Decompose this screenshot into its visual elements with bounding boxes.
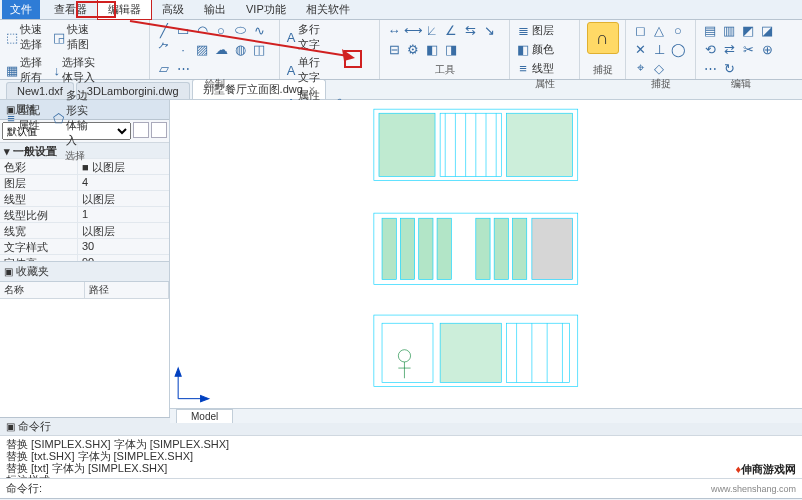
- svg-rect-22: [506, 323, 569, 382]
- edit1-icon[interactable]: ▤: [702, 22, 718, 38]
- snap-tan-icon[interactable]: ◯: [670, 41, 686, 57]
- group-label: 选择: [6, 149, 143, 163]
- menu-tab-related[interactable]: 相关软件: [296, 0, 360, 19]
- ribbon: ⬚快速选择 ◲快速插图 ▦选择所有 ↓选择实体导入 ≡匹配属性 ⬠多边形实体输入…: [0, 20, 802, 80]
- point-icon[interactable]: ·: [175, 41, 191, 57]
- menu-bar: 文件 查看器 编辑器 高级 输出 VIP功能 相关软件: [0, 0, 802, 20]
- svg-point-23: [398, 350, 410, 362]
- svg-marker-31: [175, 368, 181, 376]
- command-input[interactable]: [42, 481, 796, 496]
- block-icon[interactable]: ◫: [251, 41, 267, 57]
- mtext[interactable]: A多行文字: [286, 22, 330, 52]
- break-icon[interactable]: ⊟: [386, 41, 402, 57]
- circle-icon[interactable]: ○: [213, 22, 229, 38]
- menu-tab-editor[interactable]: 编辑器: [97, 0, 152, 20]
- command-area: ▣ 命令行 替换 [SIMPLEX.SHX] 字体为 [SIMPLEX.SHX]…: [0, 417, 802, 498]
- drawing-canvas[interactable]: [170, 100, 802, 408]
- group-label: 编辑: [702, 77, 780, 91]
- snap-node-icon[interactable]: ◇: [651, 60, 667, 76]
- group-label: 工具: [386, 63, 503, 77]
- file-menu[interactable]: 文件: [2, 0, 40, 19]
- polyline-icon[interactable]: ⺈: [156, 41, 172, 57]
- ltype[interactable]: ≡线型: [516, 60, 573, 76]
- menu-tab-advanced[interactable]: 高级: [152, 0, 194, 19]
- edit3-icon[interactable]: ◩: [740, 22, 756, 38]
- model-tab[interactable]: Model: [176, 409, 233, 423]
- snap-near-icon[interactable]: ⌖: [632, 60, 648, 76]
- region-icon[interactable]: ◍: [232, 41, 248, 57]
- rect-icon[interactable]: ▭: [175, 22, 191, 38]
- menu-tab-viewer[interactable]: 查看器: [44, 0, 97, 19]
- angle-icon[interactable]: ∠: [443, 22, 459, 38]
- snap-button[interactable]: ∩: [587, 22, 619, 54]
- misc-icon[interactable]: ⋯: [175, 60, 191, 76]
- group-label: 属性: [516, 77, 573, 91]
- edit8-icon[interactable]: ⊕: [759, 41, 775, 57]
- svg-rect-20: [382, 323, 433, 382]
- svg-rect-13: [419, 218, 433, 279]
- command-prompt: 命令行:: [6, 481, 42, 496]
- prop-tool-icon[interactable]: [151, 122, 167, 138]
- edit6-icon[interactable]: ⇄: [721, 41, 737, 57]
- color[interactable]: ◧颜色: [516, 41, 573, 57]
- edit2-icon[interactable]: ▥: [721, 22, 737, 38]
- ribbon-group-edit: ▤ ▥ ◩ ◪ ⟲ ⇄ ✂ ⊕ ⋯ ↻ 编辑: [696, 20, 786, 79]
- tool2-icon[interactable]: ◧: [424, 41, 440, 57]
- quick-insert[interactable]: ◲快速插图: [53, 22, 97, 52]
- snap-int-icon[interactable]: ✕: [632, 41, 648, 57]
- svg-marker-33: [201, 396, 209, 402]
- snap-mid-icon[interactable]: △: [651, 22, 667, 38]
- snap-cen-icon[interactable]: ○: [670, 22, 686, 38]
- model-strip: Model: [170, 408, 802, 423]
- ribbon-group-snap: ∩ 捕捉: [580, 20, 626, 79]
- command-input-row: 命令行:: [0, 478, 802, 498]
- svg-rect-12: [400, 218, 414, 279]
- watermark: ♦伸商游戏网: [735, 457, 796, 478]
- entity-import[interactable]: ↓选择实体导入: [53, 55, 97, 85]
- ellipse-icon[interactable]: ⬭: [232, 22, 248, 38]
- hatch-icon[interactable]: ▨: [194, 41, 210, 57]
- layer[interactable]: ≣图层: [516, 22, 573, 38]
- ribbon-group-text: A多行文字 A单行文字 A属性定义 ✎ 文字: [280, 20, 380, 79]
- canvas-wrap: Model: [170, 100, 802, 417]
- edit7-icon[interactable]: ✂: [740, 41, 756, 57]
- favorites-body: [0, 299, 169, 417]
- match-props[interactable]: ≡匹配属性: [6, 103, 50, 133]
- quick-select[interactable]: ⬚快速选择: [6, 22, 50, 52]
- dim-icon[interactable]: ↔: [386, 22, 402, 38]
- curve-icon[interactable]: ∿: [251, 22, 267, 38]
- line-icon[interactable]: ╱: [156, 22, 172, 38]
- edit10-icon[interactable]: ↻: [721, 60, 737, 76]
- image-icon[interactable]: ▱: [156, 60, 172, 76]
- tool-icon[interactable]: ⚙: [405, 41, 421, 57]
- menu-tab-vip[interactable]: VIP功能: [236, 0, 296, 19]
- svg-rect-15: [476, 218, 490, 279]
- leader-icon[interactable]: ↘: [481, 22, 497, 38]
- cad-drawing: [170, 100, 802, 408]
- edit5-icon[interactable]: ⟲: [702, 41, 718, 57]
- select-all[interactable]: ▦选择所有: [6, 55, 50, 85]
- menu-tab-output[interactable]: 输出: [194, 0, 236, 19]
- cloud-icon[interactable]: ☁: [213, 41, 229, 57]
- svg-rect-1: [379, 113, 435, 176]
- dim2-icon[interactable]: ⟷: [405, 22, 421, 38]
- tool3-icon[interactable]: ◨: [443, 41, 459, 57]
- arc-icon[interactable]: ◠: [194, 22, 210, 38]
- align-icon[interactable]: ⇆: [462, 22, 478, 38]
- svg-rect-14: [437, 218, 451, 279]
- snap-per-icon[interactable]: ⊥: [651, 41, 667, 57]
- snap-end-icon[interactable]: ◻: [632, 22, 648, 38]
- ribbon-group-select: ⬚快速选择 ◲快速插图 ▦选择所有 ↓选择实体导入 ≡匹配属性 ⬠多边形实体输入…: [0, 20, 150, 79]
- svg-rect-16: [494, 218, 508, 279]
- stext[interactable]: A单行文字: [286, 55, 330, 85]
- svg-rect-18: [532, 218, 573, 279]
- meas-icon[interactable]: ⟀: [424, 22, 440, 38]
- edit4-icon[interactable]: ◪: [759, 22, 775, 38]
- svg-rect-17: [513, 218, 527, 279]
- svg-rect-2: [440, 113, 501, 176]
- ribbon-group-draw: ╱ ▭ ◠ ○ ⬭ ∿ ⺈ · ▨ ☁ ◍ ◫ ▱ ⋯ 绘制: [150, 20, 280, 79]
- edit9-icon[interactable]: ⋯: [702, 60, 718, 76]
- command-log: 替换 [SIMPLEX.SHX] 字体为 [SIMPLEX.SHX]替换 [tx…: [0, 436, 802, 478]
- favorites-header[interactable]: ▣ 收藏夹: [0, 261, 169, 282]
- poly-input[interactable]: ⬠多边形实体输入: [53, 88, 97, 148]
